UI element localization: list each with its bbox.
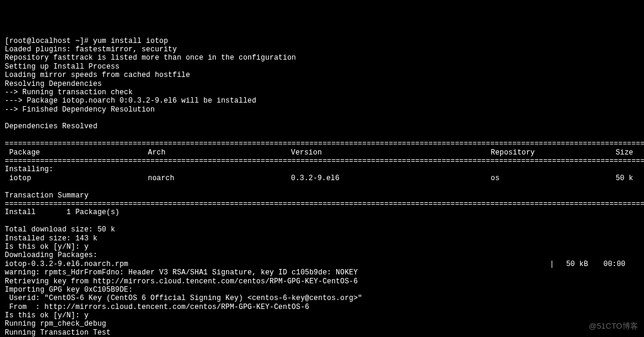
separator: ========================================… xyxy=(5,200,644,208)
output-line: From : http://mirrors.cloud.tencent.com/… xyxy=(5,303,309,311)
cell-size: 50 k xyxy=(607,174,639,183)
shell-prompt: [root@localhost ~]# xyxy=(5,37,93,45)
table-header: PackageArchVersionRepositorySize xyxy=(5,149,639,157)
output-line: Is this ok [y/N]: y xyxy=(5,311,89,320)
output-line: Running Transaction Test xyxy=(5,329,111,337)
download-name: iotop-0.3.2-9.el6.noarch.rpm xyxy=(5,260,550,268)
col-repository: Repository xyxy=(491,149,607,157)
separator: ========================================… xyxy=(5,140,644,148)
col-version: Version xyxy=(291,149,491,157)
cell-repository: os xyxy=(491,174,607,183)
cell-arch: noarch xyxy=(148,174,291,183)
output-line: Dependencies Resolved xyxy=(5,122,97,131)
cell-version: 0.3.2-9.el6 xyxy=(291,174,491,183)
output-line: Installed size: 143 k xyxy=(5,234,97,243)
download-bar: | xyxy=(550,260,562,268)
output-line: Loading mirror speeds from cached hostfi… xyxy=(5,71,190,79)
output-line: warning: rpmts_HdrFromFdno: Header V3 RS… xyxy=(5,268,358,277)
download-row: iotop-0.3.2-9.el6.noarch.rpm| 50 kB00:00 xyxy=(5,260,639,268)
output-line: --> Running transaction check xyxy=(5,88,133,97)
output-line: Resolving Dependencies xyxy=(5,80,102,88)
output-line: Is this ok [y/N]: y xyxy=(5,243,89,251)
installing-label: Installing: xyxy=(5,165,53,174)
install-count: Install 1 Package(s) xyxy=(5,208,119,217)
watermark: @51CTO博客 xyxy=(589,321,638,331)
table-row: iotopnoarch0.3.2-9.el6os50 k xyxy=(5,174,639,183)
download-size: 50 kB xyxy=(562,260,603,268)
output-line: --> Finished Dependency Resolution xyxy=(5,106,155,114)
col-arch: Arch xyxy=(148,149,291,157)
col-size: Size xyxy=(607,149,639,157)
output-line: Total download size: 50 k xyxy=(5,225,115,234)
separator: ========================================… xyxy=(5,157,644,165)
output-line: ---> Package iotop.noarch 0:0.3.2-9.el6 … xyxy=(5,97,256,105)
output-line: Repository fasttrack is listed more than… xyxy=(5,54,296,62)
output-line: Setting up Install Process xyxy=(5,63,119,71)
col-package: Package xyxy=(5,149,148,157)
output-line: Loaded plugins: fastestmirror, security xyxy=(5,45,177,54)
command-text: yum install iotop xyxy=(93,37,168,45)
output-line: Running rpm_check_debug xyxy=(5,320,106,328)
cell-package: iotop xyxy=(5,174,148,183)
output-line: Downloading Packages: xyxy=(5,251,97,259)
output-line: Userid: "CentOS-6 Key (CentOS 6 Official… xyxy=(5,294,363,302)
download-time: 00:00 xyxy=(603,260,639,268)
output-line: Retrieving key from http://mirrors.cloud… xyxy=(5,277,358,286)
output-line: Importing GPG key 0xC105B9DE: xyxy=(5,286,133,294)
transaction-summary-label: Transaction Summary xyxy=(5,191,89,200)
terminal-output: [root@localhost ~]# yum install iotop Lo… xyxy=(5,37,639,337)
